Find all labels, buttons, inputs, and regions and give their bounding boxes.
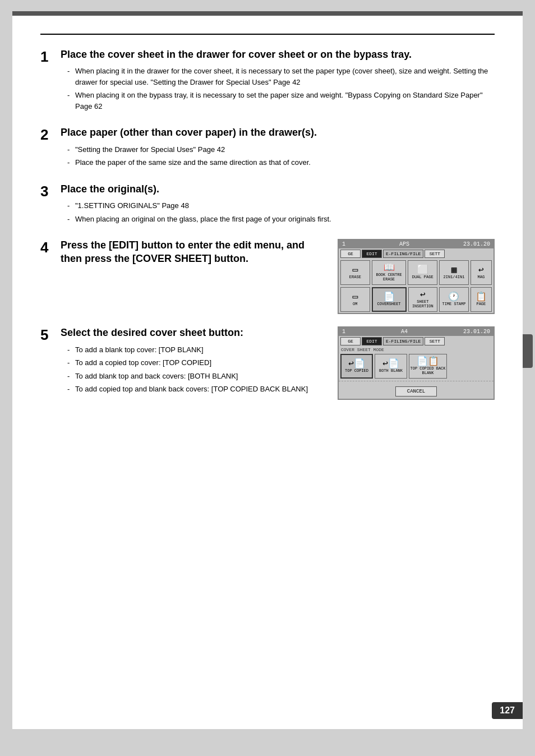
lcd-screen2-cancel-btn[interactable]: CANCEL: [395, 386, 437, 397]
lcd-screen2-icon-top-copied-back-blank[interactable]: 📄📋 TOP COPIED BACK BLANK: [409, 354, 447, 379]
lcd-screen-1: 1 APS 23.01.20 GE EDIT E-FILING/FILE SET…: [338, 239, 495, 314]
top-copied-icon: ↩📄: [348, 359, 365, 368]
lcd-screen1-btn-ge[interactable]: GE: [340, 250, 361, 258]
step-3-number: 3: [40, 184, 61, 199]
top-bar: [12, 11, 523, 16]
step-2-bullets: "Setting the Drawer for Special Uses" Pa…: [61, 144, 495, 168]
lcd-screen1-btn-efiling[interactable]: E-FILING/FILE: [383, 250, 423, 258]
step-5-with-image: Select the desired cover sheet button: T…: [61, 326, 495, 400]
lcd-screen2-btn-efiling[interactable]: E-FILING/FILE: [383, 337, 423, 345]
lcd-screen1-icon-mag[interactable]: ↩ MAG: [471, 260, 492, 285]
lcd-screen1-icon-time-stamp-label: TIME STAMP: [442, 302, 465, 306]
dual-page-icon: ⬜: [417, 266, 428, 275]
step-5: 5 Select the desired cover sheet button:…: [40, 326, 495, 400]
step-5-image-col: 1 A4 23.01.20 GE EDIT E-FILING/FILE SETT…: [338, 326, 495, 400]
step-1-number: 1: [40, 49, 61, 64]
lcd-screen1-top-bar: 1 APS 23.01.20: [339, 240, 494, 248]
2in1-icon: ▦: [451, 266, 457, 275]
lcd-screen2-menu-row: GE EDIT E-FILING/FILE SETT: [339, 336, 494, 347]
step-5-bullet-1: To add a blank top cover: [TOP BLANK]: [67, 344, 329, 356]
step-3-bullet-2: When placing an original on the glass, p…: [67, 214, 495, 225]
lcd-screen1-top-date: 23.01.20: [463, 241, 490, 247]
step-5-text-col: Select the desired cover sheet button: T…: [61, 326, 329, 397]
step-4-image-col: 1 APS 23.01.20 GE EDIT E-FILING/FILE SET…: [338, 239, 495, 314]
lcd-screen-2: 1 A4 23.01.20 GE EDIT E-FILING/FILE SETT…: [338, 326, 495, 400]
lcd-screen1-icon-sheet-insertion[interactable]: ↩ SHEET INSERTION: [408, 287, 438, 312]
both-blank-icon: ↩📄: [382, 359, 399, 368]
page: 1 Place the cover sheet in the drawer fo…: [12, 11, 523, 729]
step-5-number: 5: [40, 328, 61, 342]
step-4-text-col: Press the [EDIT] button to enter the edi…: [61, 239, 329, 270]
page-number-badge: 127: [492, 702, 523, 719]
om-icon: ▭: [353, 293, 358, 302]
lcd-screen1-btn-edit[interactable]: EDIT: [362, 250, 382, 258]
lcd-screen2-divider: [339, 381, 494, 383]
step-5-bullet-4: To add copied top and blank back covers:…: [67, 384, 329, 395]
step-2: 2 Place paper (other than cover paper) i…: [40, 126, 495, 170]
step-5-title: Select the desired cover sheet button:: [61, 326, 329, 339]
step-1-bullet-1: When placing it in the drawer for the co…: [67, 66, 495, 87]
lcd-screen1-icon-2in1-label: 2IN1/4IN1: [444, 275, 465, 279]
sheet-insertion-icon: ↩: [420, 291, 426, 299]
step-2-content: Place paper (other than cover paper) in …: [61, 126, 495, 170]
lcd-screen1-icon-time-stamp[interactable]: 🕐 TIME STAMP: [439, 287, 469, 312]
time-stamp-icon: 🕐: [448, 293, 459, 302]
step-4-title: Press the [EDIT] button to enter the edi…: [61, 239, 329, 265]
lcd-screen2-icon-top-copied-back-blank-label: TOP COPIED BACK BLANK: [409, 366, 446, 375]
lcd-screen2-icon-both-blank[interactable]: ↩📄 BOTH BLANK: [375, 354, 407, 379]
lcd-screen1-icon-page-label: PAGE: [476, 302, 486, 306]
step-5-bullet-3: To add blank top and back covers: [BOTH …: [67, 371, 329, 382]
lcd-screen1-icon-row1: ▭ ERASE 📖 BOOK CENTRE ERASE ⬜ DUAL PAGE: [339, 259, 494, 286]
lcd-screen1-btn-sett[interactable]: SETT: [425, 250, 445, 258]
step-2-title: Place paper (other than cover paper) in …: [61, 126, 495, 139]
step-3-bullet-1: "1.SETTING ORIGINALS" Page 48: [67, 200, 495, 211]
lcd-screen1-top-left: 1: [342, 241, 345, 247]
lcd-screen2-top-bar: 1 A4 23.01.20: [339, 328, 494, 336]
step-1-title: Place the cover sheet in the drawer for …: [61, 48, 495, 61]
divider-line: [40, 34, 495, 35]
step-3: 3 Place the original(s). "1.SETTING ORIG…: [40, 183, 495, 227]
page-icon: 📋: [476, 293, 487, 302]
step-3-content: Place the original(s). "1.SETTING ORIGIN…: [61, 183, 495, 227]
lcd-screen1-icon-erase[interactable]: ▭ ERASE: [340, 260, 370, 285]
lcd-screen2-btn-sett[interactable]: SETT: [425, 337, 445, 345]
lcd-screen1-icon-2in1[interactable]: ▦ 2IN1/4IN1: [439, 260, 469, 285]
lcd-screen1-icon-dual-label: DUAL PAGE: [412, 275, 433, 279]
lcd-screen2-btn-ge[interactable]: GE: [340, 337, 361, 345]
lcd-screen1-icon-erase-label: ERASE: [349, 275, 361, 279]
step-5-bullet-2: To add a copied top cover: [TOP COPIED]: [67, 357, 329, 368]
lcd-screen1-icon-mag-label: MAG: [478, 275, 485, 279]
lcd-screen2-top-date: 23.01.20: [463, 329, 490, 335]
lcd-screen2-cancel-row: CANCEL: [339, 384, 494, 399]
lcd-screen1-icon-om[interactable]: ▭ OM: [340, 287, 370, 312]
lcd-screen1-menu-row: GE EDIT E-FILING/FILE SETT: [339, 248, 494, 259]
top-copied-back-blank-icon: 📄📋: [417, 357, 439, 366]
step-4-with-image: Press the [EDIT] button to enter the edi…: [61, 239, 495, 314]
step-1-bullet-2: When placing it on the bypass tray, it i…: [67, 90, 495, 112]
step-1-content: Place the cover sheet in the drawer for …: [61, 48, 495, 114]
lcd-screen2-top-left: 1: [342, 329, 345, 335]
book-icon: 📖: [384, 264, 395, 273]
step-1-bullets: When placing it in the drawer for the co…: [61, 66, 495, 112]
lcd-screen2-btn-edit[interactable]: EDIT: [362, 337, 382, 345]
step-2-bullet-2: Place the paper of the same size and the…: [67, 157, 495, 168]
lcd-screen1-icon-dual[interactable]: ⬜ DUAL PAGE: [408, 260, 437, 285]
step-4-content: Press the [EDIT] button to enter the edi…: [61, 239, 495, 314]
step-1: 1 Place the cover sheet in the drawer fo…: [40, 48, 495, 114]
lcd-screen2-top-mode: A4: [401, 329, 408, 335]
step-5-content: Select the desired cover sheet button: T…: [61, 326, 495, 400]
lcd-screen1-icon-book-label: BOOK CENTRE ERASE: [372, 273, 406, 282]
lcd-screen1-icon-coversheet[interactable]: 📄 COVERSHEET: [372, 287, 407, 312]
lcd-screen1-icon-book[interactable]: 📖 BOOK CENTRE ERASE: [372, 260, 407, 285]
lcd-screen2-icon-top-copied[interactable]: ↩📄 TOP COPIED: [340, 354, 373, 379]
lcd-screen1-top-mode: APS: [399, 241, 409, 247]
lcd-screen1-icon-page[interactable]: 📋 PAGE: [471, 287, 492, 312]
erase-icon: ▭: [353, 266, 358, 275]
coversheet-icon: 📄: [384, 293, 395, 302]
step-2-number: 2: [40, 127, 61, 142]
step-2-bullet-1: "Setting the Drawer for Special Uses" Pa…: [67, 144, 495, 155]
mag-icon: ↩: [478, 266, 484, 275]
step-3-bullets: "1.SETTING ORIGINALS" Page 48 When placi…: [61, 200, 495, 224]
step-4: 4 Press the [EDIT] button to enter the e…: [40, 239, 495, 314]
lcd-screen2-section-label: COVER SHEET MODE: [339, 347, 494, 353]
